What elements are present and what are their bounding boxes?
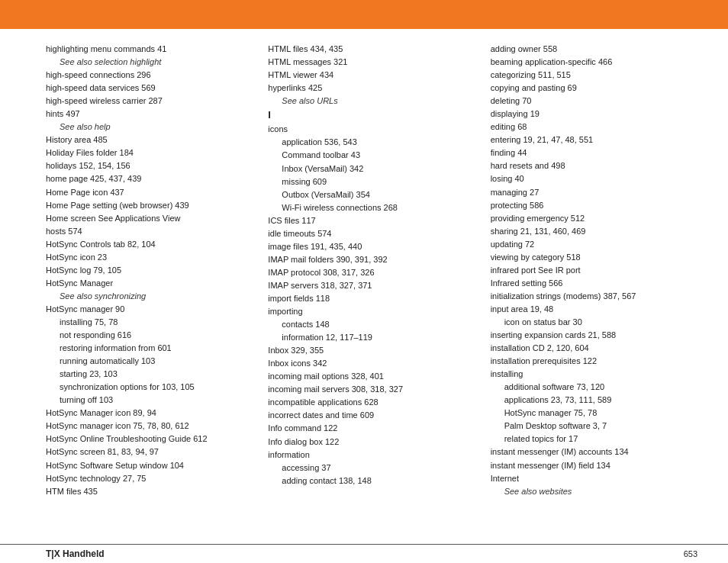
index-entry: viewing by category 518 (491, 251, 697, 264)
index-entry: losing 40 (491, 172, 697, 185)
index-entry: information (268, 449, 475, 462)
section-header: I (268, 109, 271, 121)
sub-entry: Outbox (VersaMail) 354 (268, 188, 475, 201)
sub-entry: running automatically 103 (46, 355, 253, 368)
index-entry: idle timeouts 574 (268, 227, 475, 240)
see-also-entry: See also websites (491, 485, 697, 498)
index-entry: HotSync technology 27, 75 (46, 472, 253, 485)
sub-entry: additional software 73, 120 (491, 381, 697, 394)
index-entry: HotSync Controls tab 82, 104 (46, 238, 253, 251)
index-entry: hosts 574 (46, 225, 253, 238)
index-entry: managing 27 (491, 186, 697, 199)
footer-page: 653 (684, 549, 697, 558)
footer-title: T|X Handheld (46, 549, 105, 559)
index-entry: high-speed connections 296 (46, 69, 253, 82)
index-entry: editing 68 (491, 121, 697, 134)
index-entry: protecting 586 (491, 199, 697, 212)
sub-entry: Wi-Fi wireless connections 268 (268, 201, 475, 214)
index-entry: entering 19, 21, 47, 48, 551 (491, 134, 697, 146)
sub-entry: icon on status bar 30 (491, 316, 697, 329)
index-entry: HotSync Manager icon 89, 94 (46, 407, 253, 420)
index-entry: Home Page setting (web browser) 439 (46, 199, 253, 212)
index-entry: holidays 152, 154, 156 (46, 159, 253, 172)
index-entry: Inbox 329, 355 (268, 344, 475, 357)
index-entry: HTML viewer 434 (268, 69, 475, 82)
index-entry: Home screen See Applications View (46, 212, 253, 225)
index-entry: high-speed data services 569 (46, 82, 253, 95)
index-entry: incoming mail servers 308, 318, 327 (268, 383, 475, 396)
index-entry: HTM files 435 (46, 485, 253, 498)
index-entry: infrared port See IR port (491, 264, 697, 277)
sub-entry: information 12, 117–119 (268, 331, 475, 344)
index-entry: IMAP mail folders 390, 391, 392 (268, 253, 475, 266)
index-entry: displaying 19 (491, 108, 697, 121)
see-also-entry: See also selection highlight (46, 56, 253, 69)
sub-entry: Command toolbar 43 (268, 149, 475, 162)
index-entry: HotSync log 79, 105 (46, 264, 253, 277)
index-entry: installing (491, 368, 697, 381)
index-entry: finding 44 (491, 146, 697, 159)
sub-entry: adding contact 138, 148 (268, 475, 475, 487)
column-col1: highlighting menu commands 41See also se… (46, 43, 268, 536)
index-entry: incoming mail options 328, 401 (268, 370, 475, 383)
index-entry: HotSync manager 90 (46, 303, 253, 316)
sub-entry: contacts 148 (268, 318, 475, 331)
index-entry: installation prerequisites 122 (491, 355, 697, 368)
index-entry: hard resets and 498 (491, 159, 697, 172)
sub-entry: turning off 103 (46, 394, 253, 407)
index-entry: IMAP servers 318, 327, 371 (268, 279, 475, 292)
columns: highlighting menu commands 41See also se… (0, 29, 728, 544)
index-entry: installation CD 2, 120, 604 (491, 342, 697, 355)
index-entry: Info command 122 (268, 422, 475, 435)
sub-entry: Inbox (VersaMail) 342 (268, 162, 475, 175)
orange-bar (0, 0, 728, 29)
sub-entry: Palm Desktop software 3, 7 (491, 420, 697, 433)
index-entry: instant messenger (IM) field 134 (491, 459, 697, 472)
index-entry: image files 191, 435, 440 (268, 240, 475, 253)
sub-entry: related topics for 17 (491, 433, 697, 446)
sub-entry: applications 23, 73, 111, 589 (491, 394, 697, 407)
sub-entry: installing 75, 78 (46, 316, 253, 329)
index-entry: inserting expansion cards 21, 588 (491, 329, 697, 342)
sub-entry: not responding 616 (46, 329, 253, 342)
index-entry: HotSync Online Troubleshooting Guide 612 (46, 433, 253, 446)
index-entry: HotSync Software Setup window 104 (46, 459, 253, 472)
column-col3: adding owner 558beaming application-spec… (491, 43, 697, 536)
index-entry: deleting 70 (491, 95, 697, 108)
index-entry: adding owner 558 (491, 43, 697, 56)
see-also-entry: See also synchronizing (46, 290, 253, 303)
index-entry: importing (268, 305, 475, 318)
sub-entry: HotSync manager 75, 78 (491, 407, 697, 420)
index-entry: high-speed wireless carrier 287 (46, 95, 253, 108)
index-entry: icons (268, 123, 475, 136)
index-entry: instant messenger (IM) accounts 134 (491, 446, 697, 458)
index-entry: Infrared setting 566 (491, 277, 697, 290)
index-entry: home page 425, 437, 439 (46, 172, 253, 185)
see-also-entry: See also URLs (268, 95, 475, 108)
column-col2: HTML files 434, 435HTML messages 321HTML… (268, 43, 490, 536)
index-entry: HotSync manager icon 75, 78, 80, 612 (46, 420, 253, 433)
index-entry: input area 19, 48 (491, 303, 697, 316)
index-entry: Info dialog box 122 (268, 436, 475, 449)
index-entry: HTML files 434, 435 (268, 43, 475, 56)
index-entry: providing emergency 512 (491, 212, 697, 225)
sub-entry: restoring information from 601 (46, 342, 253, 355)
index-entry: categorizing 511, 515 (491, 69, 697, 82)
content-area: highlighting menu commands 41See also se… (0, 29, 728, 563)
index-entry: updating 72 (491, 238, 697, 251)
index-entry: Inbox icons 342 (268, 357, 475, 370)
index-entry: sharing 21, 131, 460, 469 (491, 225, 697, 238)
sub-entry: synchronization options for 103, 105 (46, 381, 253, 394)
sub-entry: application 536, 543 (268, 136, 475, 149)
see-also-entry: See also help (46, 121, 253, 134)
index-entry: copying and pasting 69 (491, 82, 697, 95)
footer: T|X Handheld 653 (0, 544, 728, 563)
index-entry: beaming application-specific 466 (491, 56, 697, 69)
index-entry: HTML messages 321 (268, 56, 475, 69)
index-entry: highlighting menu commands 41 (46, 43, 253, 56)
index-entry: Internet (491, 472, 697, 485)
index-entry: hints 497 (46, 108, 253, 121)
index-entry: incorrect dates and time 609 (268, 409, 475, 422)
index-entry: History area 485 (46, 134, 253, 146)
index-entry: hyperlinks 425 (268, 82, 475, 95)
